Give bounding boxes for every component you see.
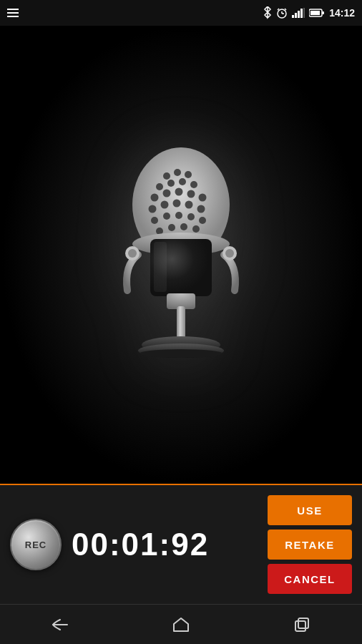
svg-point-29 <box>173 200 181 208</box>
svg-point-15 <box>163 172 170 180</box>
timer-display: 00:01:92 <box>72 527 258 562</box>
svg-point-55 <box>140 349 222 358</box>
nav-bar <box>0 604 362 644</box>
svg-point-36 <box>199 217 206 224</box>
cancel-button[interactable]: CANCEL <box>268 564 352 594</box>
hamburger-icon <box>7 9 19 17</box>
use-button[interactable]: USE <box>268 495 352 525</box>
svg-point-23 <box>163 190 171 197</box>
svg-point-20 <box>179 178 186 185</box>
svg-point-38 <box>168 224 175 231</box>
svg-point-33 <box>163 213 170 220</box>
svg-rect-50 <box>154 242 167 292</box>
svg-point-28 <box>161 201 169 209</box>
svg-point-48 <box>225 249 234 258</box>
svg-point-27 <box>149 205 157 213</box>
recent-button[interactable] <box>290 613 313 636</box>
svg-rect-7 <box>298 11 300 18</box>
svg-point-24 <box>175 188 183 196</box>
svg-point-17 <box>185 171 192 178</box>
control-panel: REC 00:01:92 USE RETAKE CANCEL <box>0 484 362 604</box>
svg-rect-8 <box>300 9 303 18</box>
svg-point-34 <box>175 212 182 219</box>
svg-point-39 <box>180 223 187 230</box>
signal-icon <box>292 8 305 18</box>
svg-marker-56 <box>174 618 188 631</box>
battery-icon <box>309 9 325 17</box>
svg-rect-57 <box>295 621 305 631</box>
back-button[interactable] <box>49 613 72 636</box>
svg-rect-58 <box>298 618 308 628</box>
svg-line-4 <box>285 9 286 10</box>
bluetooth-icon <box>263 6 272 19</box>
retake-button[interactable]: RETAKE <box>268 530 352 560</box>
rec-button[interactable]: REC <box>10 519 62 570</box>
svg-point-26 <box>199 194 207 202</box>
mic-container <box>88 126 274 384</box>
svg-point-30 <box>185 201 193 209</box>
svg-point-22 <box>151 194 159 202</box>
mic-area <box>0 26 362 484</box>
microphone-icon <box>95 133 267 376</box>
status-right: 14:12 <box>263 6 355 19</box>
status-time: 14:12 <box>329 7 355 19</box>
home-button[interactable] <box>170 613 192 636</box>
svg-point-31 <box>197 205 205 213</box>
alarm-icon <box>276 7 288 19</box>
status-bar: 14:12 <box>0 0 362 26</box>
status-left <box>7 9 19 17</box>
svg-rect-11 <box>310 11 320 15</box>
svg-point-16 <box>174 169 181 176</box>
svg-rect-5 <box>292 15 294 18</box>
rec-label: REC <box>25 540 47 550</box>
svg-point-18 <box>156 183 163 190</box>
svg-rect-12 <box>322 11 324 14</box>
svg-line-3 <box>278 9 279 10</box>
right-buttons: USE RETAKE CANCEL <box>268 485 352 604</box>
svg-point-25 <box>187 190 195 198</box>
svg-point-35 <box>187 213 195 220</box>
svg-rect-6 <box>295 13 297 18</box>
svg-point-21 <box>190 181 197 188</box>
svg-point-32 <box>151 217 158 224</box>
svg-point-40 <box>192 225 200 233</box>
svg-rect-9 <box>303 8 305 18</box>
svg-point-46 <box>128 249 137 258</box>
svg-point-19 <box>167 180 175 187</box>
